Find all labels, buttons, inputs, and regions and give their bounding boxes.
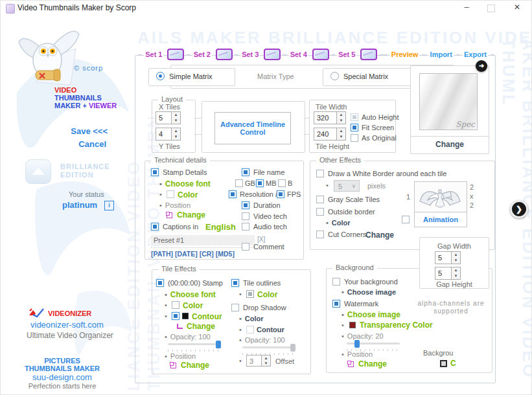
cut-corners-change-link[interactable]: Change [365,231,394,240]
gray-scale-checkbox[interactable] [316,196,324,203]
te-contour-label[interactable]: Contour [192,312,222,321]
tab-set1[interactable]: Set 1 [144,51,163,58]
tab-set4[interactable]: Set 4 [289,51,308,58]
tab-set5[interactable]: Set 5 [337,51,356,58]
bg-color-cut-link[interactable]: C [450,359,456,368]
stamp-color-checkbox[interactable] [167,190,174,198]
te-contour-change-icon[interactable] [177,324,183,329]
tile-width-stepper[interactable]: 320 [314,111,346,124]
wm-position-change-link[interactable]: Change [358,359,387,368]
tab-set4-icon[interactable] [312,49,329,60]
video-tech-checkbox[interactable] [242,212,249,220]
shadow-contour-checkbox[interactable] [246,326,254,333]
videonizer-name[interactable]: VIDEONIZER [48,310,91,317]
gap-height-stepper[interactable]: 5 [435,267,461,280]
transparency-color-link[interactable]: Transparency Color [360,321,433,330]
status-info-icon[interactable]: i [104,201,114,210]
tab-set1-icon[interactable] [167,49,184,60]
drop-shadow-checkbox[interactable] [231,304,239,311]
watermark-checkbox[interactable] [332,300,340,308]
tile-outlines-checkbox[interactable] [231,279,239,287]
preset-clear-button[interactable]: [X] [257,236,265,243]
tab-set3-icon[interactable] [264,49,281,60]
preset-field[interactable]: Preset #1 [151,235,255,245]
file-name-checkbox[interactable] [242,168,249,176]
white-border-checkbox[interactable] [316,170,324,177]
animation-checkbox[interactable] [402,216,410,223]
captions-language-link[interactable]: English [205,222,236,232]
close-button[interactable]: ✕ [513,3,522,12]
stamp-position-change-link[interactable]: Change [177,210,205,220]
choose-font-link[interactable]: Choose font [159,179,211,188]
gap-width-stepper[interactable]: 5 [435,251,461,264]
fps-checkbox[interactable] [277,190,284,198]
mb-checkbox[interactable] [256,179,264,187]
stamp-details-checkbox[interactable] [151,168,159,176]
captions-checkbox[interactable] [151,223,159,231]
te-position-change-icon[interactable] [170,363,176,368]
save-button[interactable]: Save <<< [71,126,108,136]
cut-corners-checkbox[interactable] [316,231,324,238]
te-color-label[interactable]: Color [183,301,203,310]
outline-color-checkbox[interactable] [246,290,254,298]
videonizer-link[interactable]: videonizer-soft.com [30,320,104,330]
outside-border-color-label[interactable]: Color [326,219,351,227]
maximize-button[interactable] [487,5,495,12]
te-position-change-link[interactable]: Change [181,361,209,370]
tab-import[interactable]: Import [429,51,454,58]
special-preview-thumbnail[interactable]: Spec [419,73,478,130]
duration-checkbox[interactable] [242,201,249,209]
simple-matrix-radio[interactable] [156,72,165,80]
resolution-checkbox[interactable] [229,190,237,198]
gb-checkbox[interactable] [235,179,243,187]
wm-choose-image-link[interactable]: Choose image [341,310,400,319]
pixels-combobox[interactable]: 5∨ [334,180,360,192]
b-checkbox[interactable] [278,179,286,187]
tab-set3[interactable]: Set 3 [240,51,260,58]
stamp-position-change-icon[interactable] [167,212,172,218]
as-original-checkbox[interactable] [351,134,358,142]
next-panel-arrow-small[interactable]: ➜ [476,60,487,72]
tab-export[interactable]: Export [463,51,488,58]
tab-set2[interactable]: Set 2 [192,51,212,58]
shadow-opacity-slider[interactable] [242,344,295,356]
shadow-contour-label[interactable]: Contour [257,326,284,333]
x-tiles-stepper[interactable]: 5 [156,111,181,124]
te-choose-font-link[interactable]: Choose font [165,290,216,299]
audio-tech-checkbox[interactable] [242,223,249,231]
te-contour-change-link[interactable]: Change [187,322,215,331]
stamp-color-label[interactable]: Color [178,190,198,199]
next-page-arrow[interactable]: ❯ [510,200,528,218]
special-matrix-radio[interactable] [330,72,339,80]
timestamp-checkbox[interactable] [156,279,164,287]
tile-height-stepper[interactable]: 240 [314,128,346,141]
wm-position-change-icon[interactable] [348,361,354,367]
te-opacity-slider[interactable] [168,341,221,352]
your-background-checkbox[interactable] [332,278,340,286]
bg-choose-image-label[interactable]: Choose image [341,288,396,296]
outside-border-checkbox[interactable] [316,208,324,216]
outline-color-label[interactable]: Color [257,290,277,299]
te-color-checkbox[interactable] [172,301,179,309]
cancel-button[interactable]: Cancel [78,139,106,149]
animation-button[interactable]: Animation [414,212,467,227]
edition-up-icon[interactable] [25,159,51,184]
videonizer-icon[interactable] [28,308,45,318]
te-contour-color-swatch[interactable] [182,313,189,319]
special-change-button[interactable]: Change [411,140,489,149]
shadow-color-label[interactable]: Color [239,315,264,322]
auto-height-checkbox[interactable] [351,113,358,121]
fit-screen-checkbox[interactable] [351,124,358,131]
simple-matrix-label[interactable]: Simple Matrix [169,73,213,80]
tab-set5-icon[interactable] [360,49,377,60]
te-contour-checkbox[interactable] [172,312,179,320]
tab-preview[interactable]: Preview [390,51,420,58]
advanced-timeline-button[interactable]: Advanced Timeline Control [214,112,291,144]
transparency-color-swatch[interactable] [349,322,356,328]
pictures-site-link[interactable]: suu-design.com [1,372,124,382]
special-matrix-label[interactable]: Special Matrix [343,73,388,80]
y-tiles-stepper[interactable]: 4 [156,128,181,141]
tab-set2-icon[interactable] [216,49,233,60]
offset-stepper[interactable]: 3 [246,355,271,367]
bg-color-swatch-icon[interactable] [440,360,447,367]
